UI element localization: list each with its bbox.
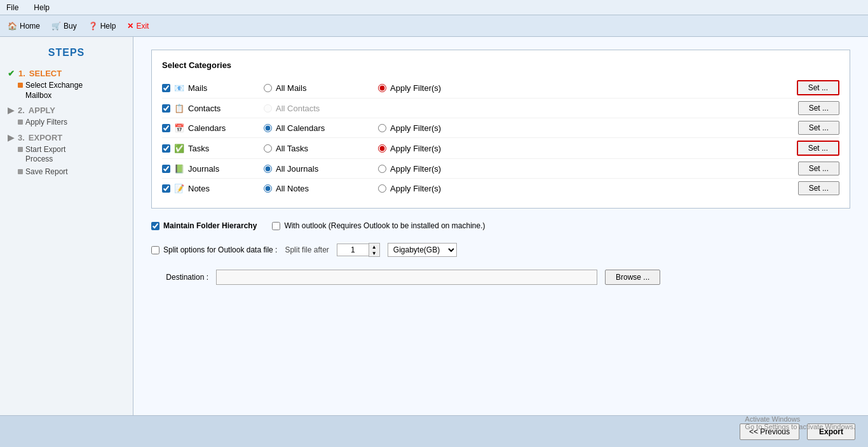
exit-icon: ✕: [127, 22, 133, 31]
tasks-set-button[interactable]: Set ...: [797, 141, 839, 156]
maintain-folder-option[interactable]: Maintain Folder Hierarchy: [151, 221, 257, 230]
notes-filter-radio[interactable]: [378, 184, 386, 193]
notes-radio1-col: All Notes: [264, 184, 378, 193]
step-2-sub-1: Apply Filters: [18, 118, 125, 128]
journals-all-radio[interactable]: [264, 165, 272, 173]
maintain-folder-checkbox[interactable]: [151, 222, 159, 230]
buy-icon: 🛒: [51, 22, 61, 31]
mails-set-col: Set ...: [518, 80, 839, 95]
contacts-checkbox[interactable]: [162, 104, 170, 113]
mails-checkbox[interactable]: [162, 84, 170, 92]
notes-label: Notes: [188, 184, 210, 193]
toolbar-home[interactable]: 🏠 Home: [8, 22, 40, 31]
split-option[interactable]: Split options for Outlook data file :: [151, 245, 277, 254]
journals-icon: 📗: [174, 164, 184, 174]
table-row: 📅 Calendars All Calendars Apply Filter(s…: [162, 118, 839, 138]
destination-input[interactable]: [216, 270, 597, 285]
contacts-icon: 📋: [174, 104, 184, 113]
calendars-radio1-col: All Calendars: [264, 123, 378, 133]
table-row: 📧 Mails All Mails Apply Filter(s) Set ..…: [162, 78, 839, 99]
step-3-arrow: ▶: [8, 133, 14, 142]
tasks-radio2-col: Apply Filter(s): [378, 144, 518, 153]
notes-checkbox[interactable]: [162, 184, 170, 193]
toolbar-exit[interactable]: ✕ Exit: [127, 22, 149, 31]
step-1: ✔ 1. SELECT Select ExchangeMailbox: [8, 69, 125, 100]
journals-label: Journals: [188, 164, 219, 174]
main-layout: STEPS ✔ 1. SELECT Select ExchangeMailbox…: [0, 37, 868, 447]
contacts-label: Contacts: [188, 104, 220, 113]
mails-all-radio[interactable]: [264, 84, 272, 92]
tasks-checkbox[interactable]: [162, 144, 170, 153]
calendars-set-button[interactable]: Set ...: [798, 121, 839, 135]
split-checkbox[interactable]: [151, 246, 159, 254]
notes-all-radio[interactable]: [264, 184, 272, 193]
mails-filter-radio[interactable]: [378, 84, 386, 92]
step-3-sub-label-1: Start ExportProcess: [25, 145, 65, 165]
split-increment-button[interactable]: ▲: [369, 244, 379, 250]
notes-set-button[interactable]: Set ...: [798, 181, 839, 195]
step-3-sub-dot-1: [18, 147, 23, 152]
journals-filter-label: Apply Filter(s): [390, 164, 441, 174]
categories-title: Select Categories: [162, 60, 839, 70]
step-3-sub-label-2: Save Report: [25, 167, 68, 177]
contacts-set-button[interactable]: Set ...: [798, 101, 839, 115]
journals-set-button[interactable]: Set ...: [798, 162, 839, 175]
calendars-name-col: 📅 Calendars: [162, 123, 264, 133]
calendars-all-radio[interactable]: [264, 124, 272, 132]
contacts-radio1-col: All Contacts: [264, 104, 378, 113]
journals-checkbox[interactable]: [162, 165, 170, 173]
contacts-name-col: 📋 Contacts: [162, 104, 264, 113]
toolbar-buy[interactable]: 🛒 Buy: [51, 22, 77, 31]
content-area: Select Categories 📧 Mails All Mails Appl…: [133, 37, 868, 447]
step-2-sub-dot: [18, 120, 23, 125]
toolbar-help[interactable]: ❓ Help: [88, 22, 116, 31]
step-1-header: ✔ 1. SELECT: [8, 69, 125, 78]
notes-filter-label: Apply Filter(s): [390, 184, 441, 193]
browse-button[interactable]: Browse ...: [605, 270, 660, 285]
step-3-sub-2: Save Report: [18, 167, 125, 177]
tasks-filter-radio[interactable]: [378, 144, 386, 153]
calendars-set-col: Set ...: [518, 121, 839, 135]
calendars-filter-radio[interactable]: [378, 124, 386, 132]
journals-set-col: Set ...: [518, 162, 839, 175]
step-2-sub-label: Apply Filters: [25, 118, 67, 128]
calendars-checkbox[interactable]: [162, 124, 170, 132]
split-unit-select[interactable]: Gigabyte(GB) Megabyte(MB): [388, 243, 457, 257]
step-3-sub-dot-2: [18, 169, 23, 174]
step-2-label: APPLY: [29, 106, 55, 115]
with-outlook-option[interactable]: With outlook (Requires Outlook to be ins…: [272, 221, 485, 230]
notes-radio2-col: Apply Filter(s): [378, 184, 518, 193]
step-1-sub-1: Select ExchangeMailbox: [18, 81, 125, 100]
with-outlook-checkbox[interactable]: [272, 222, 280, 230]
bottom-bar: Activate Windows Go to Settings to activ…: [0, 415, 868, 447]
step-2: ▶ 2. APPLY Apply Filters: [8, 106, 125, 128]
calendars-filter-label: Apply Filter(s): [390, 123, 441, 133]
menu-file[interactable]: File: [4, 2, 21, 13]
mails-radio1-col: All Mails: [264, 83, 378, 93]
tasks-set-col: Set ...: [518, 141, 839, 156]
options-section: Maintain Folder Hierarchy With outlook (…: [151, 221, 850, 230]
mails-set-button[interactable]: Set ...: [797, 80, 839, 95]
tasks-all-label: All Tasks: [276, 144, 308, 153]
destination-row: Destination : Browse ...: [151, 270, 850, 285]
contacts-all-label: All Contacts: [276, 104, 320, 113]
step-1-sub-label: Select ExchangeMailbox: [25, 81, 83, 100]
options-row: Maintain Folder Hierarchy With outlook (…: [151, 221, 850, 230]
step-1-number: 1.: [18, 69, 25, 78]
help-icon: ❓: [88, 22, 98, 31]
step-2-arrow: ▶: [8, 106, 14, 115]
table-row: 📗 Journals All Journals Apply Filter(s) …: [162, 159, 839, 179]
tasks-label: Tasks: [188, 144, 209, 153]
notes-icon: 📝: [174, 184, 184, 193]
table-row: 📋 Contacts All Contacts Set ...: [162, 99, 839, 118]
calendars-all-label: All Calendars: [276, 123, 325, 133]
journals-filter-radio[interactable]: [378, 165, 386, 173]
mails-name-col: 📧 Mails: [162, 83, 264, 93]
split-value-input[interactable]: [337, 244, 369, 256]
menu-help[interactable]: Help: [31, 2, 52, 13]
tasks-radio1-col: All Tasks: [264, 144, 378, 153]
tasks-all-radio[interactable]: [264, 144, 272, 153]
split-decrement-button[interactable]: ▼: [369, 250, 379, 256]
menu-bar: File Help: [0, 0, 868, 15]
journals-radio1-col: All Journals: [264, 164, 378, 174]
